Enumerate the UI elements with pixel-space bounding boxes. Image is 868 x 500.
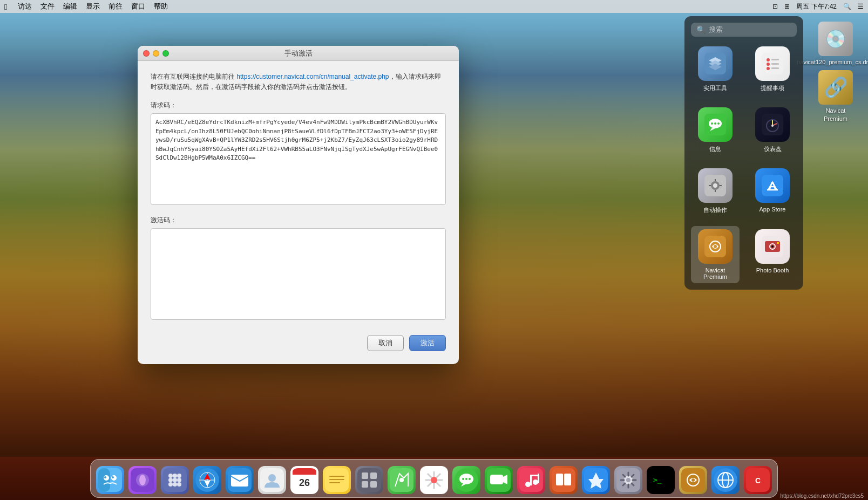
request-code-section: 请求码： AcXBVhRC/eEQZ8eYdrcTKdknizM+mfrPgYc… [151,101,446,216]
dock-notes[interactable] [322,465,352,495]
svg-rect-68 [329,482,340,483]
dock-siri[interactable] [127,465,158,495]
menu-view[interactable]: 显示 [86,2,100,11]
bottom-status-link: https://blog.csdn.net/xhd72prc3cs5 [780,493,864,499]
menu-finder[interactable]: 访达 [18,2,32,11]
dock-mail[interactable] [225,465,255,495]
apple-menu[interactable]:  [4,2,7,11]
dock-csdn-app[interactable]: C [743,465,773,495]
menu-edit[interactable]: 编辑 [63,2,77,11]
dock-maps[interactable] [386,465,417,495]
desktop:  访达 文件 编辑 显示 前往 窗口 帮助 ⊡ ⊞ 周五 下午7:42 🔍 ☰… [0,0,868,500]
svg-rect-89 [490,475,503,484]
browser-dock-icon [711,466,740,494]
dock-finder[interactable] [95,465,125,495]
svg-rect-67 [329,479,344,480]
activation-dialog: 手动激活 请在有互联网连接的电脑前往 https://customer.navi… [138,46,459,364]
menu-window[interactable]: 窗口 [131,2,145,11]
launchpad-icon [161,466,189,494]
siri-icon [128,466,157,494]
svg-rect-63 [293,471,316,475]
dock-preferences[interactable] [613,465,643,495]
dock-terminal[interactable]: >_ [646,465,676,495]
preferences-icon [614,466,642,494]
dock-launchpad[interactable] [160,465,190,495]
photos-icon [420,466,448,494]
menubar-search-icon[interactable]: 🔍 [843,3,851,10]
terminal-icon: >_ [647,466,675,494]
svg-rect-66 [329,476,344,477]
calendar-icon: 26 [290,466,318,494]
menubar:  访达 文件 编辑 显示 前往 窗口 帮助 ⊡ ⊞ 周五 下午7:42 🔍 ☰ [0,0,868,13]
svg-point-84 [462,478,464,480]
navicat-dock-icon [679,466,707,494]
dock-browser-app[interactable] [710,465,741,495]
svg-point-92 [525,482,531,487]
dock-launchpad-alt[interactable] [354,465,384,495]
activation-code-textarea[interactable] [151,228,446,320]
menu-file[interactable]: 文件 [40,2,55,11]
svg-point-86 [469,478,471,480]
dock-music[interactable] [516,465,546,495]
dock-navicat-app[interactable] [678,465,708,495]
dialog-body: 请在有互联网连接的电脑前往 https://customer.navicat.c… [138,61,459,364]
dialog-overlay: 手动激活 请在有互联网连接的电脑前往 https://customer.navi… [0,0,868,500]
menubar-time: 周五 下午7:42 [796,2,837,11]
menubar-airplay-icon: ⊡ [772,3,778,10]
dock-books[interactable] [548,465,579,495]
maximize-button[interactable] [162,50,169,57]
svg-text:>_: >_ [653,476,662,484]
facetime-icon [485,466,513,494]
activate-button[interactable]: 激活 [409,335,446,351]
messages-dock-icon [452,466,480,494]
close-button[interactable] [143,50,150,57]
svg-point-47 [177,478,181,482]
menu-go[interactable]: 前往 [109,2,123,11]
svg-point-85 [465,478,467,480]
dock-messages[interactable] [451,465,482,495]
activation-code-label: 激活码： [151,216,446,225]
request-code-label: 请求码： [151,101,446,110]
books-icon [550,466,578,494]
svg-point-44 [177,474,181,478]
svg-point-43 [173,474,177,478]
dialog-title: 手动激活 [284,49,313,58]
svg-point-50 [177,482,181,487]
svg-text:26: 26 [299,477,310,488]
contacts-icon [258,466,286,494]
dock-facetime[interactable] [484,465,514,495]
svg-point-48 [168,482,173,487]
svg-point-46 [173,478,177,482]
dock-calendar[interactable]: 26 [289,465,320,495]
dock-appstore[interactable] [581,465,611,495]
svg-rect-98 [556,474,563,485]
finder-icon [96,466,124,494]
dialog-url[interactable]: https://customer.navicat.com/cn/manual_a… [236,73,389,80]
svg-rect-73 [370,481,377,488]
menubar-right: ⊡ ⊞ 周五 下午7:42 🔍 ☰ [772,2,864,11]
svg-point-36 [104,476,106,478]
svg-point-40 [139,475,146,485]
cancel-button[interactable]: 取消 [367,335,404,351]
notes-icon [323,466,351,494]
svg-point-75 [399,478,404,482]
dialog-instruction: 请在有互联网连接的电脑前往 https://customer.navicat.c… [151,72,446,92]
svg-rect-99 [564,474,571,485]
svg-text:C: C [755,476,761,485]
menu-help[interactable]: 帮助 [154,2,168,11]
svg-rect-69 [357,468,381,492]
csdn-dock-icon: C [744,466,772,494]
maps-icon [388,466,416,494]
svg-rect-33 [98,468,110,492]
dock-safari[interactable] [192,465,222,495]
svg-point-37 [112,476,114,478]
svg-rect-72 [362,481,368,488]
menubar-menu-icon[interactable]: ☰ [858,3,864,10]
minimize-button[interactable] [153,50,159,57]
music-icon [517,466,545,494]
dock-photos[interactable] [419,465,449,495]
request-code-textarea[interactable]: AcXBVhRC/eEQZ8eYdrcTKdknizM+mfrPgYcyede/… [151,113,446,205]
svg-point-81 [431,477,437,483]
dock-contacts[interactable] [257,465,287,495]
dialog-titlebar: 手动激活 [138,46,459,61]
